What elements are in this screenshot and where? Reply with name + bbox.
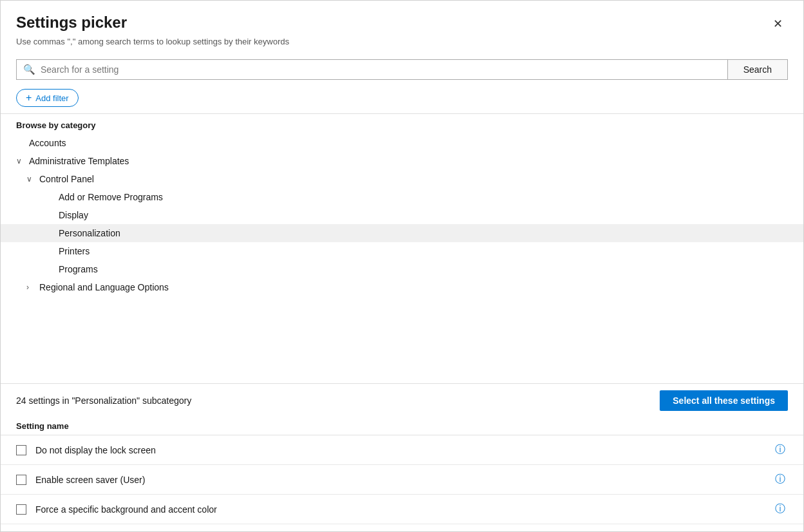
add-filter-label: Add filter [35, 93, 68, 103]
plus-icon: + [26, 93, 32, 103]
setting-checkbox-lock-screen[interactable] [16, 445, 26, 455]
dialog-subtitle: Use commas "," among search terms to loo… [16, 37, 788, 46]
info-icon-lock-screen[interactable]: ⓘ [772, 442, 788, 458]
category-label-personalization: Personalization [59, 228, 120, 238]
settings-table: Setting name Do not display the lock scr… [1, 417, 803, 531]
close-button[interactable]: ✕ [767, 14, 788, 34]
setting-row[interactable]: Do not display the lock screen ⓘ [1, 435, 803, 465]
setting-row[interactable]: Force a specific background and accent c… [1, 495, 803, 524]
info-icon-screen-saver[interactable]: ⓘ [772, 471, 788, 488]
dialog-title: Settings picker [16, 14, 127, 32]
browse-section: Browse by category Accounts ∨ Administra… [1, 113, 803, 383]
category-label-admin-templates: Administrative Templates [29, 156, 129, 166]
add-filter-button[interactable]: + Add filter [16, 89, 79, 107]
category-item-display[interactable]: Display [1, 206, 803, 224]
bottom-panel: 24 settings in "Personalization" subcate… [1, 383, 803, 531]
chevron-regional: › [26, 283, 35, 292]
setting-name-screen-saver: Enable screen saver (User) [35, 475, 772, 485]
chevron-control-panel: ∨ [26, 175, 35, 184]
settings-count: 24 settings in "Personalization" subcate… [16, 395, 191, 406]
category-label-control-panel: Control Panel [39, 174, 94, 184]
category-item-add-remove[interactable]: Add or Remove Programs [1, 188, 803, 206]
category-label-programs: Programs [59, 264, 98, 274]
search-button[interactable]: Search [727, 59, 788, 80]
search-box: 🔍 [16, 59, 727, 80]
settings-column-header: Setting name [1, 417, 803, 435]
search-icon: 🔍 [23, 64, 35, 75]
category-label-add-remove: Add or Remove Programs [59, 192, 163, 202]
chevron-admin-templates: ∨ [16, 157, 25, 166]
setting-row[interactable]: Enable screen saver (User) ⓘ [1, 465, 803, 495]
bottom-header: 24 settings in "Personalization" subcate… [1, 384, 803, 417]
category-item-regional[interactable]: › Regional and Language Options [1, 278, 803, 296]
category-item-control-panel[interactable]: ∨ Control Panel [1, 170, 803, 188]
settings-picker-dialog: Settings picker ✕ Use commas "," among s… [0, 0, 804, 532]
info-icon-bg-accent[interactable]: ⓘ [772, 501, 788, 517]
category-label-display: Display [59, 210, 88, 220]
setting-checkbox-screen-saver[interactable] [16, 475, 26, 485]
add-filter-row: + Add filter [1, 86, 803, 113]
category-list: Accounts ∨ Administrative Templates ∨ Co… [1, 134, 803, 380]
category-label-accounts: Accounts [29, 138, 66, 148]
category-label-printers: Printers [59, 246, 90, 256]
category-item-admin-templates[interactable]: ∨ Administrative Templates [1, 152, 803, 170]
dialog-header: Settings picker ✕ Use commas "," among s… [1, 1, 803, 53]
category-panel: Browse by category Accounts ∨ Administra… [1, 113, 803, 383]
browse-label: Browse by category [1, 114, 803, 134]
category-item-printers[interactable]: Printers [1, 242, 803, 260]
setting-name-bg-accent: Force a specific background and accent c… [35, 504, 772, 515]
search-row: 🔍 Search [1, 53, 803, 86]
category-item-personalization[interactable]: Personalization [1, 224, 803, 242]
search-input[interactable] [41, 64, 721, 75]
category-label-regional: Regional and Language Options [39, 282, 169, 292]
setting-checkbox-bg-accent[interactable] [16, 504, 26, 515]
select-all-button[interactable]: Select all these settings [660, 390, 788, 411]
setting-name-lock-screen: Do not display the lock screen [35, 445, 772, 455]
category-item-programs[interactable]: Programs [1, 260, 803, 278]
category-item-accounts[interactable]: Accounts [1, 134, 803, 152]
